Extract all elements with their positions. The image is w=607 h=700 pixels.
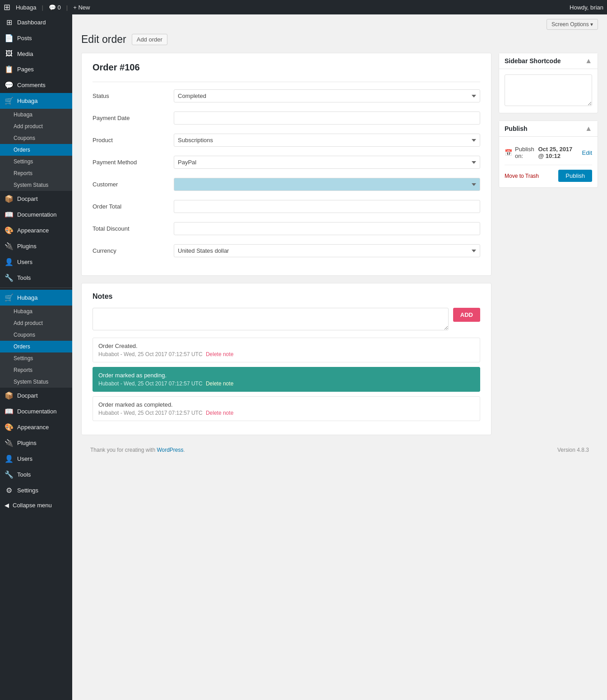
- total-discount-field[interactable]: [174, 222, 480, 235]
- notes-section: Notes ADD Order Created. Hubabot - Wed, …: [81, 283, 491, 435]
- publish-date-row: 📅 Publish on: Oct 25, 2017 @ 10:12 Edit: [505, 146, 592, 159]
- add-note-button[interactable]: ADD: [453, 308, 480, 322]
- dashboard-icon: ⊞: [5, 18, 14, 27]
- site-name[interactable]: Hubaga: [16, 4, 37, 11]
- sidebar-item-pages[interactable]: 📋Pages: [0, 61, 72, 77]
- sidebar-item-docpart2[interactable]: 📦Docpart: [0, 388, 72, 403]
- payment-date-field[interactable]: Wed, 25 Oct 2017 07:12:57 UTC: [174, 111, 480, 125]
- comments-link[interactable]: 💬 0: [49, 4, 61, 11]
- status-row: Status Completed Pending Failed Refunded: [93, 89, 480, 102]
- sidebar-shortcode-textarea[interactable]: [505, 74, 592, 106]
- post-body-content: Order #106 Status Completed Pending Fail…: [81, 53, 491, 442]
- submenu2-add-product[interactable]: Add product: [0, 317, 72, 329]
- payment-method-field[interactable]: PayPal Stripe Manual: [174, 156, 480, 169]
- product-field[interactable]: Subscriptions: [174, 134, 480, 147]
- sidebar-item-docpart[interactable]: 📦Docpart: [0, 191, 72, 207]
- currency-select[interactable]: United States dollar Euro British Pound: [174, 244, 480, 257]
- sidebar-item-hubaga[interactable]: 🛒Hubaga Hubaga Add product Coupons Order…: [0, 93, 72, 191]
- sidebar-item-hubaga2[interactable]: 🛒Hubaga Hubaga Add product Coupons Order…: [0, 290, 72, 388]
- sidebar-item-documentation2[interactable]: 📖Documentation: [0, 403, 72, 419]
- note-text-3: Order marked as completed.: [98, 401, 474, 408]
- delete-note-3[interactable]: Delete note: [206, 410, 233, 416]
- submenu-hubaga-home[interactable]: Hubaga: [0, 109, 72, 121]
- wordpress-link[interactable]: WordPress: [157, 447, 183, 453]
- status-field[interactable]: Completed Pending Failed Refunded: [174, 89, 480, 102]
- submenu-add-product[interactable]: Add product: [0, 121, 72, 132]
- submenu-orders[interactable]: Orders: [0, 144, 72, 156]
- publish-toggle[interactable]: ▲: [585, 125, 592, 133]
- publish-box: Publish ▲ 📅 Publish on: Oct 25, 2017 @ 1…: [499, 121, 598, 188]
- publish-content: 📅 Publish on: Oct 25, 2017 @ 10:12 Edit …: [499, 140, 598, 187]
- collapse-menu-item[interactable]: ◀ Collapse menu: [0, 498, 72, 512]
- submenu2-hubaga-home[interactable]: Hubaga: [0, 306, 72, 317]
- delete-note-1[interactable]: Delete note: [206, 351, 233, 357]
- sidebar-item-users[interactable]: 👤Users: [0, 254, 72, 270]
- sidebar-item-documentation[interactable]: 📖Documentation: [0, 207, 72, 223]
- sidebar-item-posts[interactable]: 📄Posts: [0, 30, 72, 46]
- submenu2-orders[interactable]: Orders: [0, 341, 72, 352]
- sidebar-item-tools2[interactable]: 🔧Tools: [0, 467, 72, 482]
- wp-logo-icon[interactable]: ⊞: [4, 2, 10, 12]
- submenu-settings[interactable]: Settings: [0, 156, 72, 167]
- tools2-icon: 🔧: [5, 470, 14, 479]
- submenu-system-status[interactable]: System Status: [0, 179, 72, 191]
- note-meta-3: Hubabot - Wed, 25 Oct 2017 07:12:57 UTC …: [98, 410, 474, 416]
- order-metabox: Order #106 Status Completed Pending Fail…: [81, 53, 491, 276]
- hubaga2-icon: 🛒: [5, 293, 14, 302]
- delete-note-2[interactable]: Delete note: [206, 380, 233, 387]
- order-total-input[interactable]: 99.00: [174, 200, 480, 213]
- sidebar-item-media[interactable]: 🖼Media: [0, 46, 72, 61]
- currency-field[interactable]: United States dollar Euro British Pound: [174, 244, 480, 257]
- sep: |: [42, 4, 43, 11]
- payment-method-select[interactable]: PayPal Stripe Manual: [174, 156, 480, 169]
- status-select[interactable]: Completed Pending Failed Refunded: [174, 89, 480, 102]
- submenu2-reports[interactable]: Reports: [0, 364, 72, 376]
- screen-options-button[interactable]: Screen Options: [547, 19, 598, 30]
- note-meta-2: Hubabot - Wed, 25 Oct 2017 07:12:57 UTC …: [98, 380, 474, 387]
- submenu2-coupons[interactable]: Coupons: [0, 329, 72, 341]
- howdy-user[interactable]: Howdy, brian: [570, 4, 603, 11]
- publish-edit-link[interactable]: Edit: [582, 149, 592, 156]
- collapse-label: Collapse menu: [13, 502, 52, 509]
- submenu-reports[interactable]: Reports: [0, 167, 72, 179]
- sidebar: ⊞Dashboard 📄Posts 🖼Media 📋Pages 💬Comment…: [0, 14, 72, 700]
- settings3-icon: ⚙: [5, 486, 14, 495]
- screen-options-bar: Screen Options: [81, 19, 598, 30]
- documentation-icon: 📖: [5, 210, 14, 219]
- payment-method-label: Payment Method: [93, 159, 174, 166]
- new-menu[interactable]: + New: [73, 4, 90, 11]
- sidebar-shortcode-box: Sidebar Shortcode ▲: [499, 53, 598, 113]
- customer-select[interactable]: [174, 178, 480, 191]
- payment-date-label: Payment Date: [93, 115, 174, 121]
- sidebar-item-settings3[interactable]: ⚙Settings: [0, 482, 72, 498]
- payment-date-row: Payment Date Wed, 25 Oct 2017 07:12:57 U…: [93, 111, 480, 125]
- add-order-button[interactable]: Add order: [132, 34, 167, 45]
- sidebar-item-users2[interactable]: 👤Users: [0, 451, 72, 467]
- payment-date-input[interactable]: Wed, 25 Oct 2017 07:12:57 UTC: [174, 111, 480, 125]
- publish-title: Publish: [505, 125, 528, 132]
- submenu-coupons[interactable]: Coupons: [0, 132, 72, 144]
- move-to-trash-link[interactable]: Move to Trash: [505, 173, 539, 179]
- order-total-field[interactable]: 99.00: [174, 200, 480, 213]
- product-select[interactable]: Subscriptions: [174, 134, 480, 147]
- sidebar-item-dashboard[interactable]: ⊞Dashboard: [0, 14, 72, 30]
- sidebar-item-appearance[interactable]: 🎨Appearance: [0, 223, 72, 238]
- note-input[interactable]: [93, 308, 449, 330]
- note-item-3: Order marked as completed. Hubabot - Wed…: [93, 396, 480, 421]
- sidebar-item-appearance2[interactable]: 🎨Appearance: [0, 419, 72, 435]
- sidebar-item-tools[interactable]: 🔧Tools: [0, 270, 72, 286]
- sidebar-item-plugins[interactable]: 🔌Plugins: [0, 238, 72, 254]
- customer-row: Customer: [93, 178, 480, 191]
- posts-icon: 📄: [5, 34, 14, 42]
- submenu2-settings[interactable]: Settings: [0, 352, 72, 364]
- sidebar-item-plugins2[interactable]: 🔌Plugins: [0, 435, 72, 451]
- docpart-icon: 📦: [5, 195, 14, 203]
- appearance-icon: 🎨: [5, 226, 14, 235]
- sidebar-shortcode-toggle[interactable]: ▲: [585, 57, 592, 65]
- sidebar-widgets: Sidebar Shortcode ▲ Publish ▲: [499, 53, 598, 442]
- publish-button[interactable]: Publish: [558, 170, 592, 182]
- sidebar-item-comments[interactable]: 💬Comments: [0, 77, 72, 93]
- customer-field[interactable]: [174, 178, 480, 191]
- total-discount-input[interactable]: [174, 222, 480, 235]
- submenu2-system-status[interactable]: System Status: [0, 376, 72, 388]
